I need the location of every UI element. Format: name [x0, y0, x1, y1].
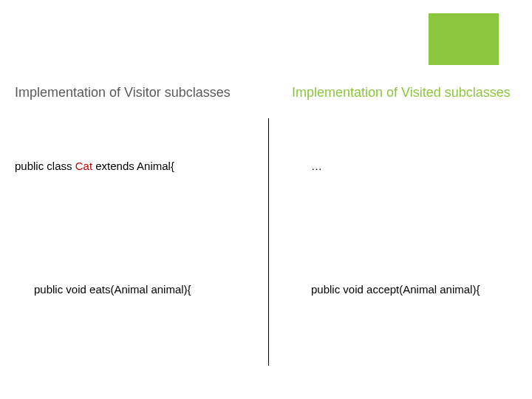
- spacer: [15, 351, 191, 358]
- code-text: extends Animal{: [92, 160, 174, 172]
- accent-box: [429, 13, 499, 65]
- ellipsis: …: [292, 158, 322, 174]
- code-left: public class Cat extends Animal{ public …: [15, 127, 191, 399]
- code-line: …: [292, 158, 480, 174]
- spacer: [292, 228, 480, 235]
- code-text: public void accept(Animal animal){: [292, 282, 480, 297]
- heading-visitor: Implementation of Visitor subclasses: [15, 85, 231, 100]
- code-line: public void accept(Animal animal){: [292, 282, 480, 297]
- class-name: Cat: [75, 160, 92, 172]
- spacer: [15, 228, 191, 235]
- code-line: public class Cat extends Animal{: [15, 158, 191, 174]
- spacer: [292, 351, 480, 358]
- code-text: public void eats(Animal animal){: [15, 282, 191, 297]
- code-text: public class: [15, 160, 75, 172]
- column-divider: [268, 118, 269, 366]
- code-right: … public void accept(Animal animal){ ani…: [292, 127, 480, 399]
- code-line: public void eats(Animal animal){: [15, 282, 191, 297]
- heading-visited: Implementation of Visited subclasses: [292, 85, 511, 100]
- slide: Implementation of Visitor subclasses Imp…: [0, 0, 532, 399]
